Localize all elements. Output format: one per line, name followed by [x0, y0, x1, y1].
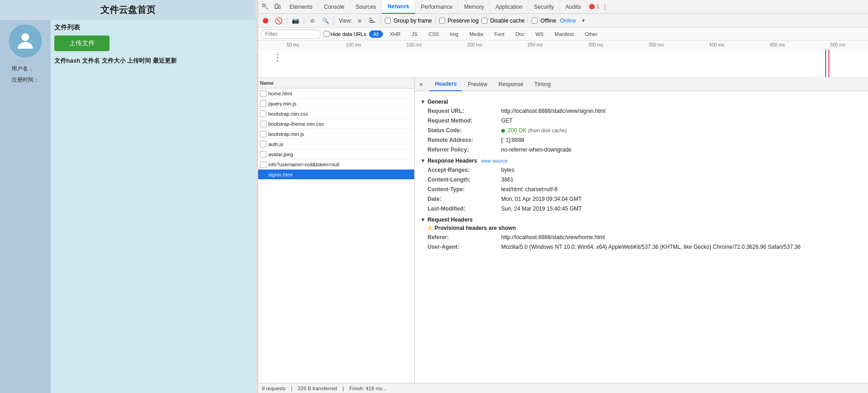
accept-ranges-value: bytes — [501, 166, 515, 174]
network-row-auth-js[interactable]: auth.js — [258, 139, 414, 149]
tab-console[interactable]: Console — [318, 0, 350, 14]
view-source-link[interactable]: view source — [481, 158, 508, 164]
detail-close-button[interactable]: × — [417, 80, 426, 89]
upload-button[interactable]: 上传文件 — [54, 35, 110, 51]
more-options-button[interactable]: ⋮ — [600, 1, 611, 12]
filter-xhr-button[interactable]: XHR — [386, 30, 405, 38]
row-name-jquery: jquery.min.js — [268, 101, 296, 106]
group-by-frame-checkbox[interactable] — [385, 18, 391, 23]
toolbar-divider-1 — [287, 17, 287, 25]
remote-address-value: [::1]:8888 — [501, 136, 524, 144]
filter-css-button[interactable]: CSS — [424, 30, 443, 38]
svg-rect-5 — [370, 20, 373, 21]
timeline-activity-dots — [277, 53, 278, 62]
tab-performance[interactable]: Performance — [415, 0, 458, 14]
main-area: 文件列表 上传文件 文件hash 文件名 文件大小 上传时间 最近更新 — [51, 20, 255, 393]
network-row-info[interactable]: info?username=null&token=null — [258, 159, 414, 170]
tab-network[interactable]: Network — [382, 0, 415, 14]
tab-memory[interactable]: Memory — [458, 0, 490, 14]
user-avatar-icon — [14, 29, 37, 53]
network-main: Name home.html jquery.min.js bootstrap.m… — [258, 77, 868, 383]
row-name-auth-js: auth.js — [268, 141, 283, 147]
warning-icon: ⚠ — [428, 225, 433, 231]
tab-elements[interactable]: Elements — [284, 0, 318, 14]
record-button[interactable] — [260, 16, 271, 26]
tab-application[interactable]: Application — [490, 0, 528, 14]
toolbar-divider-6 — [527, 17, 528, 25]
filter-manifest-button[interactable]: Manifest — [550, 30, 578, 38]
inspect-icon-button[interactable] — [260, 1, 271, 12]
remote-address-key: Remote Address: — [428, 136, 501, 144]
row-name-bootstrap-theme: bootstrap-theme.min.css — [268, 121, 324, 127]
request-method-key: Request Method: — [428, 117, 501, 125]
request-headers-section-title[interactable]: ▼ Request Headers — [420, 217, 862, 223]
network-row-bootstrap-theme[interactable]: bootstrap-theme.min.css — [258, 119, 414, 129]
stop-button[interactable]: 🚫 — [273, 16, 284, 26]
filter-all-button[interactable]: All — [369, 30, 383, 38]
offline-checkbox[interactable] — [532, 18, 538, 23]
device-toggle-button[interactable] — [272, 1, 283, 12]
filter-media-button[interactable]: Media — [465, 30, 487, 38]
network-list-rows[interactable]: home.html jquery.min.js bootstrap.min.cs… — [258, 88, 414, 383]
date-value: Mon, 01 Apr 2019 09:34:04 GMT — [501, 195, 582, 203]
network-row-bootstrap-css[interactable]: bootstrap.min.css — [258, 109, 414, 119]
response-headers-arrow-icon: ▼ — [420, 158, 426, 164]
toolbar-divider-3 — [334, 17, 334, 25]
filter-input[interactable] — [261, 29, 321, 39]
waterfall-view-button[interactable] — [367, 16, 378, 26]
transferred-size: 226 B transferred — [298, 386, 337, 391]
disable-cache-checkbox[interactable] — [481, 18, 487, 23]
throttle-dropdown[interactable]: ▼ — [578, 16, 589, 26]
error-count-icon: 🔴 1 — [589, 4, 599, 10]
clear-button[interactable]: ⊘ — [307, 16, 318, 26]
list-view-button[interactable]: ≡ — [354, 16, 365, 26]
detail-tab-response[interactable]: Response — [493, 77, 529, 91]
row-icon-home-html — [260, 90, 266, 97]
ruler-450ms: 450 ms — [747, 42, 808, 47]
network-row-signin[interactable]: signin.html — [258, 170, 414, 180]
filter-font-button[interactable]: Font — [490, 30, 509, 38]
referrer-policy-value: no-referrer-when-downgrade — [501, 146, 572, 154]
filter-js-button[interactable]: JS — [407, 30, 422, 38]
search-button[interactable]: 🔍 — [320, 16, 331, 26]
preserve-log-label: Preserve log — [438, 18, 479, 24]
svg-point-0 — [22, 33, 29, 41]
filter-ws-button[interactable]: WS — [531, 30, 548, 38]
general-section-title[interactable]: ▼ General — [420, 99, 862, 105]
filter-icon: ⊘ — [310, 18, 315, 24]
detail-tab-headers[interactable]: Headers — [429, 77, 462, 91]
hide-data-urls-checkbox[interactable] — [324, 31, 330, 37]
name-column-header: Name — [260, 80, 412, 86]
network-row-bootstrap-js[interactable]: bootstrap.min.js — [258, 129, 414, 139]
webpage-panel: 文件云盘首页 用户名： 注册时间： 文件列表 上传文件 文件hash 文件名 文… — [0, 0, 255, 393]
dot-3 — [277, 60, 278, 62]
ruler-50ms: 50 ms — [263, 42, 324, 47]
referer-value: http://localhost:8888/static/view/home.h… — [501, 233, 605, 241]
error-badge[interactable]: 🔴 1 — [589, 1, 600, 12]
devtools-tabs: Elements Console Sources Network Perform… — [284, 0, 866, 14]
detail-tab-preview[interactable]: Preview — [462, 77, 493, 91]
tab-audits[interactable]: Audits — [560, 0, 587, 14]
timeline-bars — [258, 50, 868, 77]
hide-data-urls-label: Hide data URLs — [324, 31, 366, 37]
detail-tab-timing[interactable]: Timing — [529, 77, 556, 91]
row-name-home-html: home.html — [268, 91, 292, 96]
detail-row-referrer-policy: Referrer Policy: no-referrer-when-downgr… — [428, 146, 862, 154]
accept-ranges-key: Accept-Ranges: — [428, 166, 501, 174]
request-method-value: GET — [501, 117, 513, 125]
network-row-home-html[interactable]: home.html — [258, 88, 414, 99]
content-type-value: text/html; charset=utf-8 — [501, 185, 557, 194]
tab-sources[interactable]: Sources — [350, 0, 382, 14]
filter-doc-button[interactable]: Doc — [511, 30, 529, 38]
response-headers-section-title[interactable]: ▼ Response Headers view source — [420, 158, 862, 164]
network-row-avatar[interactable]: avatar.jpeg — [258, 149, 414, 159]
preserve-log-checkbox[interactable] — [439, 18, 445, 23]
camera-button[interactable]: 📷 — [290, 16, 301, 26]
network-row-jquery[interactable]: jquery.min.js — [258, 99, 414, 109]
tab-security[interactable]: Security — [528, 0, 560, 14]
user-agent-value: Mozilla/5.0 (Windows NT 10.0; Win64; x64… — [501, 243, 801, 251]
devtools-topbar: Elements Console Sources Network Perform… — [258, 0, 868, 14]
row-icon-bootstrap-js — [260, 131, 266, 137]
filter-other-button[interactable]: Other — [581, 30, 602, 38]
filter-img-button[interactable]: Img — [446, 30, 463, 38]
